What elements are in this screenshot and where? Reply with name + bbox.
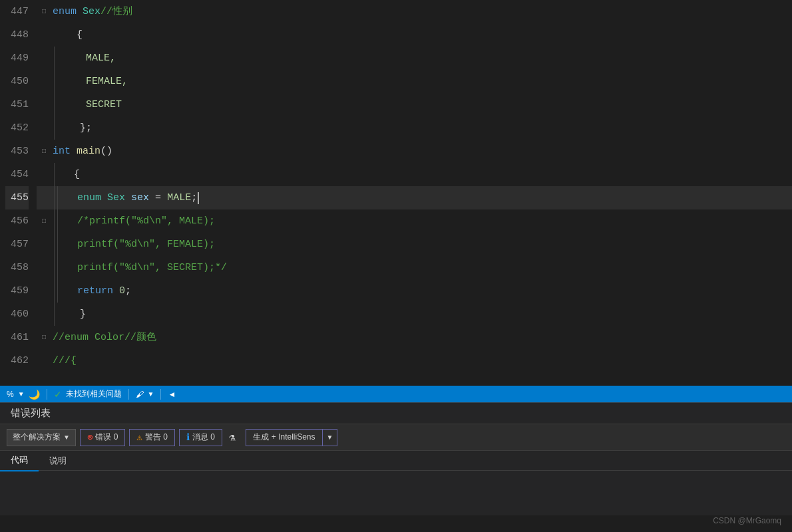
code-line-448[interactable]: { (37, 23, 792, 47)
fold-454 (42, 163, 51, 186)
tab-code[interactable]: 代码 (0, 450, 39, 471)
code-content[interactable]: □ enum Sex //性别 { MALE, (37, 0, 792, 386)
line-num-451: 451 (5, 93, 29, 116)
code-line-459[interactable]: return 0 ; (37, 279, 792, 303)
tab-description[interactable]: 说明 (39, 451, 77, 471)
info-icon: ℹ (186, 432, 190, 443)
status-check-icon: ✓ (54, 389, 62, 400)
var-sex-455: sex (131, 186, 149, 209)
code-line-456[interactable]: □ /*printf("%d\n", MALE); (37, 209, 792, 233)
error-panel: 错误列表 整个解决方案 ▼ ⊗ 错误 0 ⚠ 警告 0 ℹ 消息 0 (0, 402, 792, 515)
comment-printf2: printf("%d\n", FEMALE); (77, 233, 215, 256)
build-btn-group[interactable]: 生成 + IntelliSens ▼ (246, 429, 337, 446)
indent-guide-456b (57, 209, 58, 233)
line-num-450: 450 (5, 70, 29, 93)
fold-447[interactable]: □ (42, 0, 51, 23)
fold-451 (42, 93, 51, 116)
comment-printf1: /*printf("%d\n", MALE); (77, 209, 215, 233)
status-dropdown-arrow2: ▼ (148, 390, 154, 398)
line-num-447: 447 (5, 0, 29, 23)
fold-452 (42, 116, 51, 140)
indent-guide-459b (57, 279, 58, 303)
func-main: main (77, 140, 100, 163)
build-button[interactable]: 生成 + IntelliSens (246, 429, 321, 446)
status-divider1 (47, 389, 47, 400)
line-num-462: 462 (5, 349, 29, 372)
indent-guide-455a (54, 186, 55, 209)
status-percent: % (7, 390, 14, 399)
close-brace-452: }; (80, 116, 92, 140)
error-icon: ⊗ (87, 432, 93, 443)
code-line-449[interactable]: MALE, (37, 47, 792, 70)
indent-guide-460 (54, 303, 55, 326)
type-sex-455: Sex (107, 186, 125, 209)
fold-461[interactable]: □ (42, 326, 51, 349)
code-line-452[interactable]: }; (37, 116, 792, 140)
code-line-453[interactable]: □ int main () (37, 140, 792, 163)
status-bar: % ▼ 🌙 ✓ 未找到相关问题 🖌 ▼ ◄ (0, 386, 792, 402)
code-line-461[interactable]: □ //enum Color//颜色 (37, 326, 792, 349)
warning-badge[interactable]: ⚠ 警告 0 (129, 429, 174, 446)
indent-guide-458a (54, 256, 55, 279)
error-title-text: 错误列表 (11, 407, 51, 418)
code-line-447[interactable]: □ enum Sex //性别 (37, 0, 792, 23)
indent-guide-458b (57, 256, 58, 279)
status-moon: 🌙 (29, 389, 40, 400)
fold-453[interactable]: □ (42, 140, 51, 163)
line-num-459: 459 (5, 279, 29, 303)
error-toolbar: 整个解决方案 ▼ ⊗ 错误 0 ⚠ 警告 0 ℹ 消息 0 ⚗ (0, 424, 792, 451)
tab-code-label: 代码 (11, 455, 28, 465)
line-numbers: 447 448 449 450 451 452 453 454 455 456 … (0, 0, 37, 386)
enum-secret: SECRET (86, 93, 122, 116)
error-badge[interactable]: ⊗ 错误 0 (80, 429, 125, 446)
line-num-452: 452 (5, 116, 29, 140)
kw-return: return (77, 279, 113, 303)
kw-enum-447: enum (53, 0, 77, 23)
line-num-456: 456 (5, 209, 29, 233)
info-count: 消息 0 (192, 432, 215, 443)
scope-dropdown[interactable]: 整个解决方案 ▼ (7, 429, 76, 446)
code-line-451[interactable]: SECRET (37, 93, 792, 116)
indent-guide-451 (54, 93, 55, 116)
error-tabs: 代码 说明 (0, 451, 792, 471)
code-line-455[interactable]: enum Sex sex = MALE ; (37, 186, 792, 209)
line-num-448: 448 (5, 23, 29, 47)
code-line-457[interactable]: printf("%d\n", FEMALE); (37, 233, 792, 256)
indent-guide-459a (54, 279, 55, 303)
code-line-454[interactable]: { (37, 163, 792, 186)
code-line-460[interactable]: } (37, 303, 792, 326)
line-num-449: 449 (5, 47, 29, 70)
code-line-462[interactable]: ///{ (37, 349, 792, 372)
fold-456[interactable]: □ (42, 209, 51, 233)
warning-count: 警告 0 (145, 432, 168, 443)
fold-457 (42, 233, 51, 256)
kw-int-453: int (53, 140, 71, 163)
code-editor[interactable]: 447 448 449 450 451 452 453 454 455 456 … (0, 0, 792, 386)
build-label: 生成 + IntelliSens (253, 432, 315, 442)
code-line-458[interactable]: printf("%d\n", SECRET);*/ (37, 256, 792, 279)
comment-enum-color: //enum Color//颜色 (53, 326, 156, 349)
comment-printf3: printf("%d\n", SECRET);*/ (77, 256, 227, 279)
tab-desc-label: 说明 (49, 456, 67, 466)
info-badge[interactable]: ℹ 消息 0 (179, 429, 222, 446)
build-dropdown-arrow[interactable]: ▼ (322, 429, 338, 446)
val-male-455: MALE (167, 186, 191, 209)
enum-male: MALE, (86, 47, 116, 70)
fold-450 (42, 70, 51, 93)
indent-guide-454 (54, 163, 55, 186)
indent-guide-457a (54, 233, 55, 256)
code-line-450[interactable]: FEMALE, (37, 70, 792, 93)
line-num-458: 458 (5, 256, 29, 279)
status-brush-icon: 🖌 (136, 390, 144, 399)
status-no-issues: 未找到相关问题 (66, 388, 122, 400)
comment-open462: ///{ (53, 349, 77, 372)
text-cursor (198, 192, 199, 204)
status-divider2 (128, 389, 129, 400)
line-num-461: 461 (5, 326, 29, 349)
status-dropdown-arrow: ▼ (18, 390, 25, 398)
filter-icon[interactable]: ⚗ (226, 431, 238, 444)
fold-460 (42, 303, 51, 326)
fold-449 (42, 47, 51, 70)
fold-448 (42, 23, 51, 47)
fold-458 (42, 256, 51, 279)
